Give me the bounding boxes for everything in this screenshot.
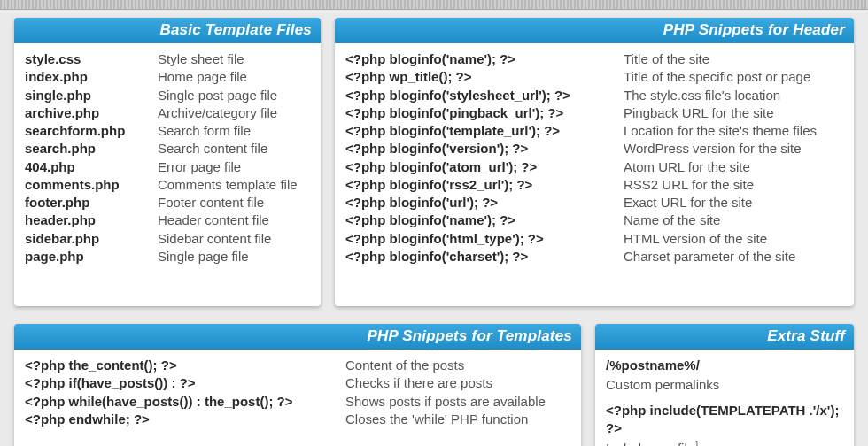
- description: Custom permalinks: [606, 376, 843, 394]
- table-row: archive.phpArchive/category file: [25, 104, 310, 122]
- card-php-templates: PHP Snippets for Templates <?php the_con…: [14, 324, 581, 446]
- table-row: page.phpSingle page file: [25, 248, 310, 265]
- description: The style.css file's location: [624, 87, 843, 104]
- code-key: <?php bloginfo('charset'); ?>: [345, 248, 624, 265]
- card-body: <?php the_content(); ?>Content of the po…: [14, 350, 581, 437]
- code-key: <?php bloginfo('rss2_url'); ?>: [345, 176, 624, 194]
- description: RSS2 URL for the site: [624, 176, 843, 194]
- description: Atom URL for the site: [624, 158, 843, 176]
- table-row: <?php wp_title(); ?>Title of the specifi…: [345, 68, 843, 86]
- table-row: <?php bloginfo('rss2_url'); ?>RSS2 URL f…: [345, 176, 843, 194]
- table-row: /%postname%/Custom permalinks: [606, 357, 843, 395]
- code-key: <?php while(have_posts()) : the_post(); …: [25, 393, 345, 411]
- table-row: header.phpHeader content file: [25, 211, 310, 229]
- code-key: <?php include(TEMPLATEPATH .'/x'); ?>: [606, 402, 843, 438]
- code-key: page.php: [25, 248, 158, 265]
- description: Checks if there are posts: [345, 374, 570, 392]
- description: Include any file1: [606, 439, 843, 446]
- table-row: <?php bloginfo('stylesheet_url'); ?>The …: [345, 87, 843, 104]
- code-key: <?php wp_title(); ?>: [345, 68, 624, 86]
- table-row: <?php include(TEMPLATEPATH .'/x'); ?>Inc…: [606, 402, 843, 447]
- table-row: comments.phpComments template file: [25, 176, 310, 194]
- code-key: <?php bloginfo('version'); ?>: [345, 140, 624, 158]
- description: Single post page file: [158, 87, 310, 104]
- code-key: <?php bloginfo('template_url'); ?>: [345, 122, 624, 140]
- table-row: <?php while(have_posts()) : the_post(); …: [25, 393, 570, 411]
- description: Footer content file: [158, 194, 310, 211]
- table-row: 404.phpError page file: [25, 158, 310, 176]
- table-row: <?php bloginfo('charset'); ?>Charset par…: [345, 248, 843, 265]
- code-key: <?php bloginfo('name'); ?>: [345, 50, 624, 68]
- description: Exact URL for the site: [624, 194, 843, 211]
- table-row: footer.phpFooter content file: [25, 194, 310, 211]
- code-key: archive.php: [25, 104, 158, 122]
- card-basic-template-files: Basic Template Files style.cssStyle shee…: [14, 18, 321, 306]
- description: Location for the site's theme files: [624, 122, 843, 140]
- code-key: <?php bloginfo('html_type'); ?>: [345, 230, 624, 248]
- description: Title of the specific post or page: [624, 68, 843, 86]
- card-title: Extra Stuff: [595, 324, 854, 350]
- code-key: <?php bloginfo('pingback_url'); ?>: [345, 104, 624, 122]
- code-key: /%postname%/: [606, 357, 843, 374]
- code-key: <?php bloginfo('stylesheet_url'); ?>: [345, 87, 624, 104]
- table-row: style.cssStyle sheet file: [25, 50, 310, 68]
- card-body: <?php bloginfo('name'); ?>Title of the s…: [335, 43, 854, 274]
- table-row: searchform.phpSearch form file: [25, 122, 310, 140]
- card-body: /%postname%/Custom permalinks<?php inclu…: [595, 350, 854, 446]
- table-row: <?php endwhile; ?>Closes the 'while' PHP…: [25, 411, 570, 428]
- code-key: single.php: [25, 87, 158, 104]
- description: Style sheet file: [158, 50, 310, 68]
- description: Error page file: [158, 158, 310, 176]
- description: Name of the site: [624, 211, 843, 229]
- code-key: <?php bloginfo('atom_url'); ?>: [345, 158, 624, 176]
- table-row: <?php if(have_posts()) : ?>Checks if the…: [25, 374, 570, 392]
- table-row: <?php bloginfo('pingback_url'); ?>Pingba…: [345, 104, 843, 122]
- card-body: style.cssStyle sheet fileindex.phpHome p…: [14, 43, 321, 274]
- card-php-header: PHP Snippets for Header <?php bloginfo('…: [335, 18, 854, 306]
- code-key: 404.php: [25, 158, 158, 176]
- code-key: sidebar.php: [25, 230, 158, 248]
- code-key: style.css: [25, 50, 158, 68]
- description: Comments template file: [158, 176, 310, 194]
- description: Content of the posts: [345, 357, 570, 374]
- table-row: <?php bloginfo('template_url'); ?>Locati…: [345, 122, 843, 140]
- code-key: header.php: [25, 211, 158, 229]
- footnote-ref: 1: [694, 440, 700, 446]
- code-key: <?php the_content(); ?>: [25, 357, 345, 374]
- description: WordPress version for the site: [624, 140, 843, 158]
- card-title: PHP Snippets for Templates: [14, 324, 581, 350]
- description: Search form file: [158, 122, 310, 140]
- table-row: <?php bloginfo('name'); ?>Name of the si…: [345, 211, 843, 229]
- code-key: <?php if(have_posts()) : ?>: [25, 374, 345, 392]
- card-title: Basic Template Files: [14, 18, 321, 43]
- code-key: <?php bloginfo('name'); ?>: [345, 211, 624, 229]
- table-row: index.phpHome page file: [25, 68, 310, 86]
- table-row: <?php bloginfo('version'); ?>WordPress v…: [345, 140, 843, 158]
- table-row: sidebar.phpSidebar content file: [25, 230, 310, 248]
- description: Single page file: [158, 248, 310, 265]
- table-row: search.phpSearch content file: [25, 140, 310, 158]
- code-key: index.php: [25, 68, 158, 86]
- description: Pingback URL for the site: [624, 104, 843, 122]
- description: Closes the 'while' PHP function: [345, 411, 570, 428]
- table-row: <?php bloginfo('url'); ?>Exact URL for t…: [345, 194, 843, 211]
- description: Title of the site: [624, 50, 843, 68]
- code-key: footer.php: [25, 194, 158, 211]
- description: Search content file: [158, 140, 310, 158]
- table-row: <?php bloginfo('name'); ?>Title of the s…: [345, 50, 843, 68]
- description: Shows posts if posts are available: [345, 393, 570, 411]
- card-extra-stuff: Extra Stuff /%postname%/Custom permalink…: [595, 324, 854, 446]
- table-row: <?php bloginfo('atom_url'); ?>Atom URL f…: [345, 158, 843, 176]
- description: Charset parameter of the site: [624, 248, 843, 265]
- description: Header content file: [158, 211, 310, 229]
- code-key: comments.php: [25, 176, 158, 194]
- code-key: searchform.php: [25, 122, 158, 140]
- description: HTML version of the site: [624, 230, 843, 248]
- code-key: search.php: [25, 140, 158, 158]
- description: Archive/category file: [158, 104, 310, 122]
- card-title: PHP Snippets for Header: [335, 18, 854, 43]
- description: Sidebar content file: [158, 230, 310, 248]
- code-key: <?php bloginfo('url'); ?>: [345, 194, 624, 211]
- table-row: <?php the_content(); ?>Content of the po…: [25, 357, 570, 374]
- table-row: single.phpSingle post page file: [25, 87, 310, 104]
